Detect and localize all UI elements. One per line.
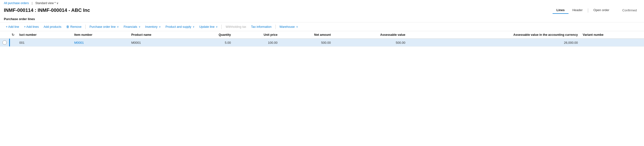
purchase-order-lines-table: ↻ luct number Item number Product name Q… bbox=[0, 31, 644, 47]
withholding-tax-button[interactable]: Withholding tax bbox=[224, 24, 248, 30]
warehouse-button[interactable]: Warehouse ∨ bbox=[278, 24, 300, 30]
purchase-order-line-label: Purchase order line bbox=[90, 25, 116, 29]
tab-group: Lines Header | Open order Confirmed bbox=[552, 7, 640, 14]
status-badge: Confirmed bbox=[619, 8, 640, 13]
col-quantity: Quantity bbox=[191, 31, 233, 39]
financials-label: Financials bbox=[124, 25, 137, 29]
add-products-label: Add products bbox=[44, 25, 62, 29]
tab-open-order[interactable]: Open order bbox=[590, 7, 613, 14]
toolbar-separator-2 bbox=[222, 25, 222, 29]
view-selector-chevron: ∨ bbox=[56, 2, 58, 5]
breadcrumb-separator: | bbox=[32, 2, 32, 5]
add-products-button[interactable]: Add products bbox=[42, 24, 64, 30]
purchase-order-line-chevron: ∨ bbox=[117, 25, 119, 28]
update-line-button[interactable]: Update line ∨ bbox=[197, 24, 220, 30]
product-and-supply-label: Product and supply bbox=[166, 25, 191, 29]
row-item-number[interactable]: M0001 bbox=[72, 39, 129, 47]
col-select bbox=[0, 31, 9, 39]
tab-section-separator: | bbox=[588, 8, 589, 13]
warehouse-label: Warehouse bbox=[280, 25, 295, 29]
table-container: ↻ luct number Item number Product name Q… bbox=[0, 31, 644, 47]
row-assessable-value: 500.00 bbox=[333, 39, 408, 47]
col-net-amount: Net amount bbox=[280, 31, 333, 39]
row-net-amount: 500.00 bbox=[280, 39, 333, 47]
refresh-icon[interactable]: ↻ bbox=[12, 33, 14, 37]
update-line-label: Update line bbox=[199, 25, 214, 29]
top-bar: All purchase orders | Standard view * ∨ bbox=[0, 0, 644, 6]
col-assessable-value: Assessable value bbox=[333, 31, 408, 39]
toolbar-separator-1 bbox=[86, 25, 86, 29]
section-title: Purchase order lines bbox=[0, 16, 644, 23]
tax-information-label: Tax information bbox=[251, 25, 272, 29]
add-lines-label: + Add lines bbox=[24, 25, 39, 29]
row-product-name: M0001 bbox=[129, 39, 191, 47]
row-select-cell bbox=[0, 39, 9, 47]
row-selector[interactable] bbox=[2, 40, 7, 45]
tab-header[interactable]: Header bbox=[568, 7, 586, 14]
col-item-number: Item number bbox=[72, 31, 129, 39]
page-title-row: INMF-000114 : INMF-000014 - ABC Inc Line… bbox=[0, 6, 644, 16]
financials-button[interactable]: Financials ∨ bbox=[122, 24, 142, 30]
view-selector-text: Standard view * bbox=[36, 2, 56, 5]
product-and-supply-chevron: ∨ bbox=[193, 25, 194, 28]
add-lines-button[interactable]: + Add lines bbox=[22, 24, 41, 30]
update-line-chevron: ∨ bbox=[216, 25, 218, 28]
table-header-row: ↻ luct number Item number Product name Q… bbox=[0, 31, 644, 39]
add-line-button[interactable]: + Add line bbox=[4, 24, 21, 30]
col-product-name: Product name bbox=[129, 31, 191, 39]
remove-icon: 🗑 bbox=[66, 25, 69, 29]
inventory-chevron: ∨ bbox=[159, 25, 161, 28]
col-unit-price: Unit price bbox=[233, 31, 280, 39]
col-product-number: luct number bbox=[17, 31, 72, 39]
add-line-label: + Add line bbox=[6, 25, 19, 29]
financials-chevron: ∨ bbox=[139, 25, 140, 28]
row-variant-number bbox=[580, 39, 644, 47]
col-assessable-value-accounting: Assessable value in the accounting curre… bbox=[408, 31, 580, 39]
tax-information-button[interactable]: Tax information bbox=[249, 24, 274, 30]
view-selector[interactable]: Standard view * ∨ bbox=[36, 2, 58, 5]
row-product-number: 001 bbox=[17, 39, 72, 47]
withholding-tax-label: Withholding tax bbox=[226, 25, 246, 29]
warehouse-chevron: ∨ bbox=[296, 25, 298, 28]
purchase-order-line-button[interactable]: Purchase order line ∨ bbox=[88, 24, 120, 30]
table-row[interactable]: 001 M0001 M0001 5.00 100.00 500.00 500.0… bbox=[0, 39, 644, 47]
breadcrumb-link[interactable]: All purchase orders bbox=[4, 2, 29, 5]
inventory-button[interactable]: Inventory ∨ bbox=[143, 24, 162, 30]
col-variant-number: Variant numbe bbox=[580, 31, 644, 39]
remove-button[interactable]: 🗑 Remove bbox=[64, 24, 84, 30]
inventory-label: Inventory bbox=[145, 25, 158, 29]
row-refresh-cell bbox=[9, 39, 17, 47]
col-refresh: ↻ bbox=[9, 31, 17, 39]
toolbar: + Add line + Add lines Add products 🗑 Re… bbox=[0, 23, 644, 31]
row-assessable-value-accounting: 26,000.00 bbox=[408, 39, 580, 47]
page-title: INMF-000114 : INMF-000014 - ABC Inc bbox=[4, 8, 90, 13]
row-unit-price: 100.00 bbox=[233, 39, 280, 47]
toolbar-separator-3 bbox=[276, 25, 276, 29]
tab-lines[interactable]: Lines bbox=[552, 7, 568, 14]
product-and-supply-button[interactable]: Product and supply ∨ bbox=[164, 24, 196, 30]
row-quantity: 5.00 bbox=[191, 39, 233, 47]
remove-label: Remove bbox=[70, 25, 82, 29]
